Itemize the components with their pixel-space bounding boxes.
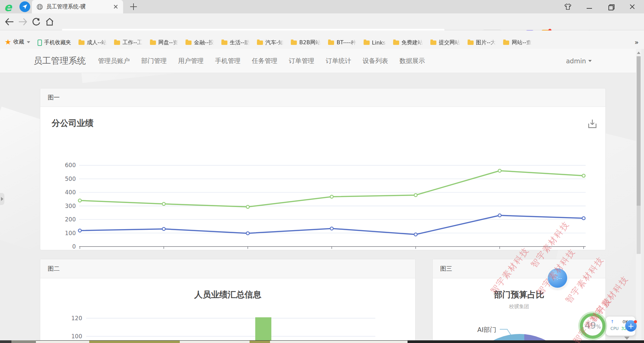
favorites-caret-icon xyxy=(27,41,30,43)
svg-text:4月: 4月 xyxy=(327,250,336,251)
bookmark-folder-label: 网站--查 xyxy=(512,39,532,46)
acceleration-percent-unit: % xyxy=(596,324,601,330)
card2-header: 图二 xyxy=(40,259,415,278)
scrollbar-thumb[interactable] xyxy=(637,56,641,206)
reload-icon xyxy=(32,17,41,26)
card2-label: 图二 xyxy=(48,265,60,273)
bookmark-folder[interactable]: Links xyxy=(364,39,386,46)
folder-icon xyxy=(185,41,192,45)
bookmark-folder[interactable]: 成人--站 xyxy=(78,39,107,46)
bookmark-folder[interactable]: 生活--助 xyxy=(221,39,250,46)
cpu-label: CPU xyxy=(610,326,619,331)
browser-logo-icon[interactable]: e xyxy=(4,0,12,14)
card1-label: 图一 xyxy=(48,93,60,101)
nav-item-用户管理[interactable]: 用户管理 xyxy=(178,57,204,65)
pie-chart-area[interactable]: 部门预算占比 校骥集团 AI部门 xyxy=(433,278,605,340)
folder-icon xyxy=(468,41,474,45)
acceleration-percent: 49 xyxy=(585,320,596,331)
new-tab-button[interactable] xyxy=(129,3,138,11)
back-button[interactable] xyxy=(4,16,15,27)
nav-item-任务管理[interactable]: 任务管理 xyxy=(252,57,277,65)
nav-item-管理员账户[interactable]: 管理员账户 xyxy=(98,57,130,65)
star-icon: ★ xyxy=(5,38,11,46)
bookmark-folder-label: 生活--助 xyxy=(230,39,250,46)
svg-text:400: 400 xyxy=(65,189,76,196)
active-tab[interactable]: 员工管理系统-骥 xyxy=(32,0,123,13)
svg-text:5月: 5月 xyxy=(411,250,420,251)
line-chart[interactable]: 01002003004005006001月2月3月4月5月6月7月 xyxy=(40,125,606,251)
forward-arrow-icon xyxy=(18,18,28,26)
tab-title: 员工管理系统-骥 xyxy=(46,3,113,10)
bookmark-folder[interactable]: 图片--大 xyxy=(468,39,496,46)
bookmark-folder[interactable]: 网盘--资 xyxy=(150,39,178,46)
sidebar-collapse-tab[interactable] xyxy=(0,193,4,205)
tab-close-icon[interactable] xyxy=(113,4,118,9)
svg-text:100: 100 xyxy=(65,230,76,236)
nav-item-数据展示[interactable]: 数据展示 xyxy=(399,57,425,65)
chart-card-3: 图三 部门预算占比 校骥集团 AI部门 xyxy=(432,259,606,340)
acceleration-ball[interactable]: 49 % xyxy=(580,313,605,339)
paper-plane-glyph xyxy=(22,4,28,9)
svg-text:300: 300 xyxy=(65,203,76,209)
bookmark-folder[interactable]: 工作--工 xyxy=(114,39,143,46)
bar-chart[interactable]: 120100 xyxy=(40,278,416,340)
bookmark-folder[interactable]: BT----种 xyxy=(328,39,356,46)
svg-text:1月: 1月 xyxy=(75,250,85,251)
svg-text:2月: 2月 xyxy=(159,250,168,251)
site-brand[interactable]: 员工管理系统 xyxy=(34,55,86,67)
folder-icon xyxy=(257,41,263,45)
svg-text:0: 0 xyxy=(72,243,76,250)
bookmark-folder-label: 工作--工 xyxy=(122,39,143,46)
bookmark-folder[interactable]: 金融--投 xyxy=(185,39,214,46)
quick-add-notification-dot xyxy=(634,320,637,323)
bookmark-folder-label: B2B网站 xyxy=(299,39,321,46)
favorites-label: 收藏 xyxy=(13,39,24,46)
bookmark-folder-label: Links xyxy=(372,40,386,46)
folder-icon xyxy=(430,41,436,45)
bookmark-folder[interactable]: 免费建站 xyxy=(393,39,423,46)
nav-item-手机管理[interactable]: 手机管理 xyxy=(215,57,240,65)
minimize-icon xyxy=(587,8,592,9)
nav-item-订单统计[interactable]: 订单统计 xyxy=(326,57,351,65)
pill-collapse-caret-icon[interactable] xyxy=(624,337,630,340)
restore-button[interactable] xyxy=(607,3,614,10)
nav-item-部门管理[interactable]: 部门管理 xyxy=(141,57,167,65)
nav-menu: 管理员账户部门管理用户管理手机管理任务管理订单管理订单统计设备列表数据展示 xyxy=(98,57,425,65)
minimize-button[interactable] xyxy=(586,3,593,10)
card3-label: 图三 xyxy=(440,265,452,273)
scrollbar-up-arrow[interactable] xyxy=(637,52,640,54)
nav-item-订单管理[interactable]: 订单管理 xyxy=(289,57,314,65)
bookmarks-bar: ★ 收藏 手机收藏夹 成人--站工作--工网盘--资金融--投生活--助汽车-知… xyxy=(0,30,644,49)
theme-skin-icon[interactable] xyxy=(564,3,572,10)
svg-text:600: 600 xyxy=(65,162,76,168)
bookmark-folder-label: 图片--大 xyxy=(476,39,496,46)
folder-icon xyxy=(364,41,370,45)
bookmark-folder-label: 成人--站 xyxy=(87,39,107,46)
page-scrollbar[interactable] xyxy=(636,49,641,343)
plus-glyph: + xyxy=(628,322,634,330)
bookmark-folder[interactable]: B2B网站 xyxy=(291,39,321,46)
window-controls xyxy=(564,0,644,13)
svg-text:3月: 3月 xyxy=(243,250,253,251)
svg-text:100: 100 xyxy=(71,333,82,340)
svg-text:120: 120 xyxy=(71,315,82,322)
forward-button[interactable] xyxy=(17,16,28,27)
collapse-arrow-icon xyxy=(1,197,3,201)
bookmark-folder[interactable]: 汽车-知 xyxy=(257,39,283,46)
bookmark-folder[interactable]: 网站--查 xyxy=(503,39,532,46)
bookmark-folder[interactable]: 提交网站 xyxy=(430,39,460,46)
pie-leader-line xyxy=(433,278,605,340)
favorites-button[interactable]: ★ 收藏 xyxy=(5,38,30,46)
home-button[interactable] xyxy=(44,16,55,27)
clock-bubble-widget[interactable]: --:-- xyxy=(548,268,567,288)
reload-button[interactable] xyxy=(31,16,42,27)
paper-plane-icon[interactable] xyxy=(19,1,30,12)
nav-item-设备列表[interactable]: 设备列表 xyxy=(363,57,388,65)
phone-favorites-button[interactable]: 手机收藏夹 xyxy=(38,39,71,46)
bookmarks-overflow-button[interactable]: » xyxy=(635,38,638,46)
svg-text:200: 200 xyxy=(65,216,76,223)
close-button[interactable] xyxy=(629,3,636,10)
tshirt-glyph xyxy=(564,3,572,10)
home-icon xyxy=(45,18,54,26)
user-dropdown[interactable]: admin xyxy=(566,57,592,65)
